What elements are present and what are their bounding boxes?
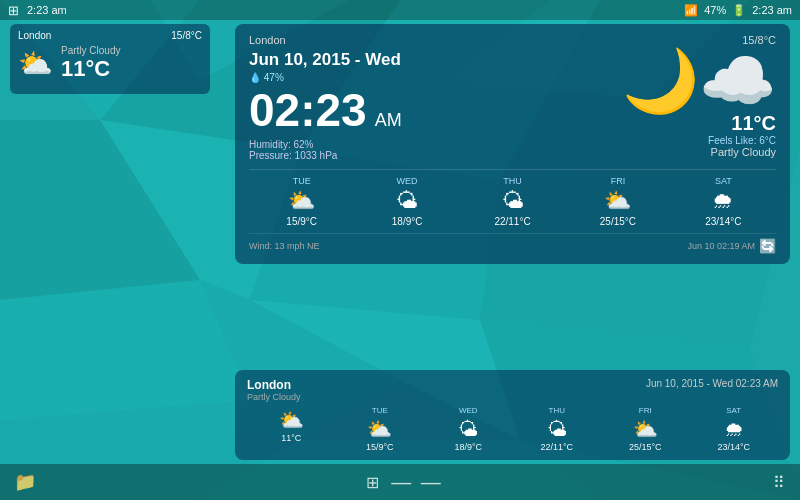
status-time-left: 2:23 am: [27, 4, 67, 16]
current-condition: Partly Cloudy: [622, 146, 776, 158]
time-digits: 02:23: [249, 87, 367, 133]
feels-like: Feels Like: 6°C: [622, 135, 776, 146]
main-city: London: [249, 34, 286, 46]
small-temp-range: 15/8°C: [171, 30, 202, 41]
bottom-widget-header: London Partly Cloudy Jun 10, 2015 - Wed …: [247, 378, 778, 402]
main-date: Jun 10, 2015 - Wed: [249, 50, 402, 70]
refresh-icon[interactable]: 🔄: [759, 238, 776, 254]
bottom-condition: Partly Cloudy: [247, 392, 301, 402]
time-ampm: AM: [375, 111, 402, 129]
main-weather-widget: London 15/8°C Jun 10, 2015 - Wed 💧 47% 0…: [235, 24, 790, 264]
clock: 2:23 am: [752, 4, 792, 16]
small-condition: Partly Cloudy: [61, 45, 120, 56]
bw-day-0: ⛅ 11°C: [247, 406, 336, 452]
bw-day-2: WED 🌤 18/9°C: [424, 406, 513, 452]
taskbar-center[interactable]: ⊞ — —: [366, 471, 443, 494]
wind-info: Wind: 13 mph NE: [249, 241, 320, 251]
small-widget-header: London 15/8°C: [18, 30, 202, 41]
main-widget-left: Jun 10, 2015 - Wed 💧 47% 02:23 AM Humidi…: [249, 50, 402, 161]
apps-grid-icon[interactable]: ⠿: [773, 473, 786, 492]
moon-icon: 🌙☁️: [622, 50, 776, 112]
main-widget-top: Jun 10, 2015 - Wed 💧 47% 02:23 AM Humidi…: [249, 50, 776, 161]
bw-day-5: SAT 🌧 23/14°C: [690, 406, 779, 452]
main-temp-range: 15/8°C: [742, 34, 776, 46]
main-time: 02:23 AM: [249, 87, 402, 133]
main-widget-header: London 15/8°C: [249, 34, 776, 46]
bw-day-3: THU 🌤 22/11°C: [513, 406, 602, 452]
main-widget-right: 🌙☁️ 11°C Feels Like: 6°C Partly Cloudy: [622, 50, 776, 158]
taskbar: 📁 ⊞ — — ⠿: [0, 464, 800, 500]
bw-day-4: FRI ⛅ 25/15°C: [601, 406, 690, 452]
current-temp: 11°C: [622, 112, 776, 135]
small-widget-body: ⛅ Partly Cloudy 11°C: [18, 45, 202, 82]
forecast-day-3: FRI ⛅ 25/15°C: [565, 176, 670, 227]
status-left: ⊞ 2:23 am: [8, 3, 67, 18]
update-time: Jun 10 02:19 AM: [687, 241, 755, 251]
wifi-icon: 📶: [684, 4, 698, 17]
pressure-label: Pressure: 1033 hPa: [249, 150, 402, 161]
bottom-city: London: [247, 378, 301, 392]
forecast-day-4: SAT 🌧 23/14°C: [671, 176, 776, 227]
main-humidity-detail: Humidity: 62% Pressure: 1033 hPa: [249, 139, 402, 161]
forecast-day-1: WED 🌤 18/9°C: [354, 176, 459, 227]
humidity-icon: 💧: [249, 72, 261, 83]
forecast-row: TUE ⛅ 15/9°C WED 🌤 18/9°C THU 🌤 22/11°C …: [249, 169, 776, 227]
bottom-forecast-row: ⛅ 11°C TUE ⛅ 15/9°C WED 🌤 18/9°C THU 🌤 2…: [247, 406, 778, 452]
taskbar-right[interactable]: ⠿: [773, 473, 786, 492]
main-widget-footer: Wind: 13 mph NE Jun 10 02:19 AM 🔄: [249, 233, 776, 254]
status-bar: ⊞ 2:23 am 📶 47% 🔋 2:23 am: [0, 0, 800, 20]
bottom-datetime: Jun 10, 2015 - Wed 02:23 AM: [646, 378, 778, 402]
grid-icon[interactable]: ⊞: [366, 473, 379, 492]
forecast-day-2: THU 🌤 22/11°C: [460, 176, 565, 227]
humidity-percent: 47%: [264, 72, 284, 83]
bottom-header-left: London Partly Cloudy: [247, 378, 301, 402]
battery-level: 47%: [704, 4, 726, 16]
small-weather-icon: ⛅: [18, 47, 53, 80]
forecast-day-0: TUE ⛅ 15/9°C: [249, 176, 354, 227]
app-icon: ⊞: [8, 3, 19, 18]
bw-day-1: TUE ⛅ 15/9°C: [336, 406, 425, 452]
main-humidity-indicator: 💧 47%: [249, 72, 402, 83]
battery-icon: 🔋: [732, 4, 746, 17]
small-weather-widget: London 15/8°C ⛅ Partly Cloudy 11°C: [10, 24, 210, 94]
dash-icon-1[interactable]: — —: [391, 471, 443, 494]
small-widget-info: Partly Cloudy 11°C: [61, 45, 120, 82]
folder-icon[interactable]: 📁: [14, 471, 36, 493]
bottom-weather-widget: London Partly Cloudy Jun 10, 2015 - Wed …: [235, 370, 790, 460]
taskbar-left[interactable]: 📁: [14, 471, 36, 493]
status-right: 📶 47% 🔋 2:23 am: [684, 4, 792, 17]
small-city: London: [18, 30, 51, 41]
humidity-label: Humidity: 62%: [249, 139, 402, 150]
small-temperature: 11°C: [61, 56, 120, 82]
